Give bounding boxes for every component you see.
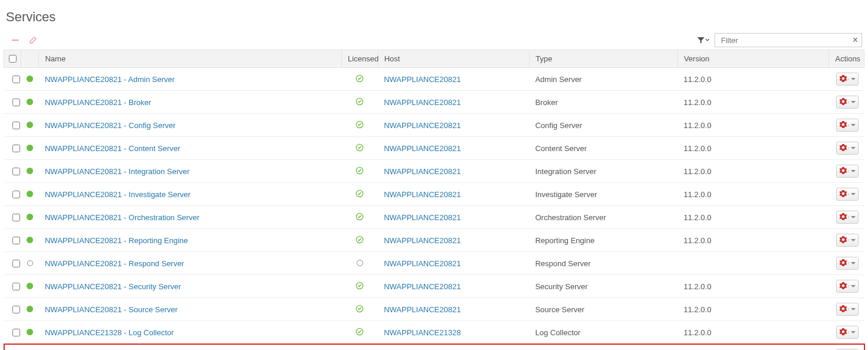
row-checkbox[interactable] <box>12 329 20 336</box>
actions-button[interactable] <box>836 165 859 178</box>
service-name-link[interactable]: NWAPPLIANCE20821 - Config Server <box>45 121 175 130</box>
service-name-link[interactable]: NWAPPLIANCE21328 - Log Collector <box>45 328 174 337</box>
host-link[interactable]: NWAPPLIANCE20821 <box>384 213 461 222</box>
table-row[interactable]: NWAPPLIANCE20821 - Content ServerNWAPPLI… <box>4 137 864 160</box>
actions-button[interactable] <box>836 280 859 293</box>
host-link[interactable]: NWAPPLIANCE20821 <box>384 167 461 176</box>
service-name-link[interactable]: NWAPPLIANCE20821 - Orchestration Server <box>45 213 200 222</box>
row-checkbox[interactable] <box>12 260 20 267</box>
header-version[interactable]: Version <box>678 50 829 68</box>
actions-button[interactable] <box>836 119 859 132</box>
service-name-link[interactable]: NWAPPLIANCE20821 - Investigate Server <box>45 190 191 199</box>
host-link[interactable]: NWAPPLIANCE20821 <box>384 236 461 245</box>
table-row[interactable]: NWAPPLIANCE20821 - Investigate ServerNWA… <box>4 183 864 206</box>
gear-icon <box>839 282 847 292</box>
table-row[interactable]: NWAPPLIANCE20821 - Integration ServerNWA… <box>4 160 864 183</box>
remove-icon[interactable] <box>11 35 20 45</box>
service-name-link[interactable]: NWAPPLIANCE20821 - Source Server <box>45 305 178 314</box>
table-row[interactable]: NWAPPLIANCE20821 - Config ServerNWAPPLIA… <box>4 114 864 137</box>
row-checkbox[interactable] <box>12 306 20 313</box>
service-type: Log Collector <box>529 321 677 344</box>
page-title: Services <box>6 9 864 25</box>
table-row[interactable]: NWAPPLIANCE20821 - Respond ServerNWAPPLI… <box>4 252 864 275</box>
filter-box[interactable]: × <box>714 33 862 47</box>
host-link[interactable]: NWAPPLIANCE20821 <box>384 98 461 107</box>
actions-button[interactable] <box>836 234 859 247</box>
status-dot <box>27 329 33 335</box>
header-licensed[interactable]: Licensed <box>342 50 378 68</box>
table-row[interactable]: NWAPPLIANCE20821 - Orchestration ServerN… <box>4 206 864 229</box>
actions-button[interactable] <box>836 188 859 201</box>
table-row[interactable]: NWAPPLIANCE20821 - Source ServerNWAPPLIA… <box>4 298 864 321</box>
status-dot <box>27 191 33 197</box>
actions-button[interactable] <box>836 73 859 86</box>
service-type: Security Server <box>529 275 677 298</box>
table-row[interactable]: NWAPPLIANCE20821 - BrokerNWAPPLIANCE2082… <box>4 91 864 114</box>
actions-button[interactable] <box>836 257 859 270</box>
status-dot <box>27 99 33 105</box>
row-checkbox[interactable] <box>12 191 20 198</box>
header-select-all[interactable] <box>4 50 21 68</box>
host-link[interactable]: NWAPPLIANCE21328 <box>384 328 461 337</box>
clear-filter-icon[interactable]: × <box>851 35 859 45</box>
chevron-down-icon <box>849 193 856 195</box>
chevron-down-icon <box>849 101 856 103</box>
row-checkbox[interactable] <box>12 145 20 152</box>
row-checkbox[interactable] <box>12 237 20 244</box>
service-type: Respond Server <box>529 252 677 275</box>
host-link[interactable]: NWAPPLIANCE20821 <box>384 121 461 130</box>
table-row[interactable]: NWAPPLIANCE21328 - Log DecoderNWAPPLIANC… <box>4 344 864 351</box>
header-status <box>21 50 39 68</box>
actions-button[interactable] <box>836 326 859 339</box>
edit-icon[interactable] <box>28 35 38 45</box>
service-version: 11.2.0.0 <box>678 183 829 206</box>
row-checkbox[interactable] <box>12 168 20 175</box>
table-row[interactable]: NWAPPLIANCE20821 - Security ServerNWAPPL… <box>4 275 864 298</box>
chevron-down-icon <box>849 216 856 218</box>
service-name-link[interactable]: NWAPPLIANCE20821 - Respond Server <box>45 259 184 268</box>
service-name-link[interactable]: NWAPPLIANCE20821 - Reporting Engine <box>45 236 188 245</box>
licensed-check-icon <box>355 166 364 175</box>
status-dot <box>27 283 33 289</box>
row-checkbox[interactable] <box>12 76 20 83</box>
service-name-link[interactable]: NWAPPLIANCE20821 - Admin Server <box>45 75 175 84</box>
row-checkbox[interactable] <box>12 283 20 290</box>
host-link[interactable]: NWAPPLIANCE20821 <box>384 305 461 314</box>
table-row[interactable]: NWAPPLIANCE20821 - Admin ServerNWAPPLIAN… <box>4 68 864 91</box>
host-link[interactable]: NWAPPLIANCE20821 <box>384 259 461 268</box>
service-version: 11.2.0.0 <box>678 68 829 91</box>
gear-icon <box>839 305 847 315</box>
header-actions: Actions <box>829 50 864 68</box>
actions-button[interactable] <box>836 211 859 224</box>
svg-rect-0 <box>12 40 19 41</box>
select-all-checkbox[interactable] <box>9 55 17 63</box>
filter-funnel-icon[interactable] <box>697 36 710 44</box>
gear-icon <box>839 166 847 176</box>
filter-input[interactable] <box>720 35 851 45</box>
actions-button[interactable] <box>836 96 859 109</box>
row-checkbox[interactable] <box>12 214 20 221</box>
service-name-link[interactable]: NWAPPLIANCE20821 - Content Server <box>45 144 180 153</box>
header-name[interactable]: Name <box>39 50 342 68</box>
table-row[interactable]: NWAPPLIANCE21328 - Log CollectorNWAPPLIA… <box>4 321 864 344</box>
header-type[interactable]: Type <box>529 50 677 68</box>
row-checkbox[interactable] <box>12 99 20 106</box>
service-version: 11.2.0.0 <box>678 229 829 252</box>
host-link[interactable]: NWAPPLIANCE20821 <box>384 282 461 291</box>
licensed-check-icon <box>355 305 364 313</box>
table-row[interactable]: NWAPPLIANCE20821 - Reporting EngineNWAPP… <box>4 229 864 252</box>
host-link[interactable]: NWAPPLIANCE20821 <box>384 190 461 199</box>
service-name-link[interactable]: NWAPPLIANCE20821 - Integration Server <box>45 167 190 176</box>
header-host[interactable]: Host <box>378 50 529 68</box>
service-name-link[interactable]: NWAPPLIANCE20821 - Broker <box>45 98 151 107</box>
actions-button[interactable] <box>836 303 859 316</box>
licensed-check-icon <box>355 282 364 290</box>
host-link[interactable]: NWAPPLIANCE20821 <box>384 144 461 153</box>
service-name-link[interactable]: NWAPPLIANCE20821 - Security Server <box>45 282 181 291</box>
row-checkbox[interactable] <box>12 122 20 129</box>
gear-icon <box>839 328 847 338</box>
host-link[interactable]: NWAPPLIANCE20821 <box>384 75 461 84</box>
actions-button[interactable] <box>836 142 859 155</box>
status-dot <box>27 122 33 128</box>
licensed-check-icon <box>355 212 364 221</box>
